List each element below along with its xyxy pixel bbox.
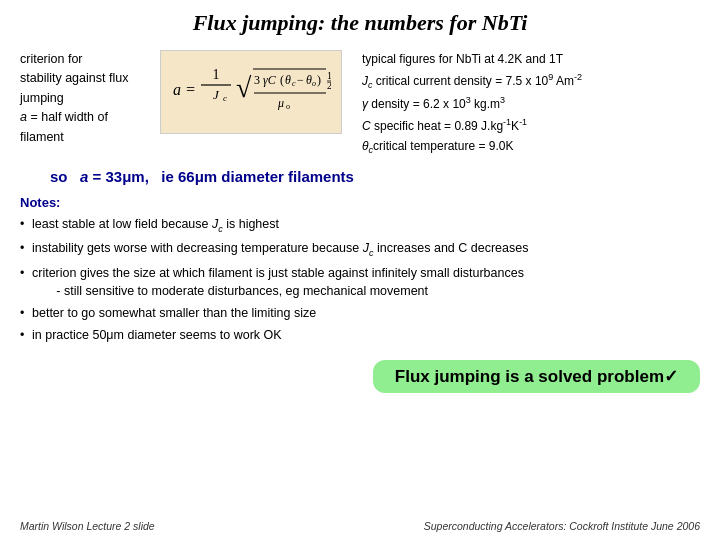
note-1: least stable at low field because Jc is …	[20, 215, 700, 236]
note-4: better to go somewhat smaller than the l…	[20, 304, 700, 322]
so-line: so a = 33μm, ie 66μm diameter filaments	[50, 168, 700, 185]
right-info: typical figures for NbTi at 4.2K and 1T …	[362, 50, 700, 158]
svg-text:a =: a =	[173, 81, 196, 98]
svg-text:): )	[317, 73, 321, 87]
notes-list: least stable at low field because Jc is …	[20, 215, 700, 345]
note-5: in practice 50μm diameter seems to work …	[20, 326, 700, 344]
formula-svg: a = 1 J c √ 3 γC ( θ c − θ o	[171, 57, 331, 127]
svg-text:μ: μ	[277, 96, 284, 110]
criterion-text: criterion forstability against fluxjumpi…	[20, 52, 128, 144]
footer-right: Superconducting Accelerators: Cockroft I…	[424, 520, 700, 532]
svg-text:−: −	[297, 73, 304, 87]
theta-line: θccritical temperature = 9.0K	[362, 137, 700, 158]
svg-text:θ: θ	[285, 73, 291, 87]
note-3: criterion gives the size at which filame…	[20, 264, 700, 300]
top-section: criterion forstability against fluxjumpi…	[20, 50, 700, 158]
svg-text:3: 3	[254, 73, 260, 87]
page: Flux jumping: the numbers for NbTi crite…	[0, 0, 720, 540]
solved-container: Flux jumping is a solved problem✓	[20, 352, 700, 393]
page-title: Flux jumping: the numbers for NbTi	[20, 10, 700, 36]
C-line: C specific heat = 0.89 J.kg-1K-1	[362, 115, 700, 137]
solved-label: Flux jumping is a solved problem✓	[373, 360, 700, 393]
svg-text:γC: γC	[263, 73, 277, 87]
svg-text:(: (	[280, 73, 284, 87]
gamma-line: γ density = 6.2 x 103 kg.m3	[362, 93, 700, 115]
formula-box: a = 1 J c √ 3 γC ( θ c − θ o	[160, 50, 342, 134]
footer: Martin Wilson Lecture 2 slide Supercondu…	[20, 520, 700, 532]
svg-text:√: √	[236, 72, 252, 103]
notes-heading: Notes:	[20, 195, 700, 210]
jc-line: Jc critical current density = 7.5 x 109 …	[362, 70, 700, 93]
footer-left: Martin Wilson Lecture 2 slide	[20, 520, 155, 532]
svg-text:o: o	[312, 79, 316, 88]
svg-text:o: o	[286, 102, 290, 111]
svg-text:2: 2	[327, 80, 331, 91]
svg-text:J: J	[213, 87, 220, 102]
svg-text:c: c	[292, 79, 296, 88]
svg-text:1: 1	[213, 67, 220, 82]
note-2: instability gets worse with decreasing t…	[20, 239, 700, 260]
svg-text:c: c	[223, 93, 227, 103]
left-info: criterion forstability against fluxjumpi…	[20, 50, 140, 147]
typical-intro: typical figures for NbTi at 4.2K and 1T	[362, 50, 700, 70]
